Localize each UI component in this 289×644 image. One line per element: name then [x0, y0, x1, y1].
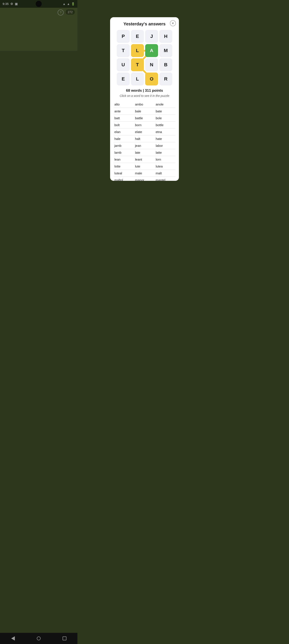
modal-overlay: ✕ Yesterday's answers P E J H T L A M — [0, 0, 77, 175]
